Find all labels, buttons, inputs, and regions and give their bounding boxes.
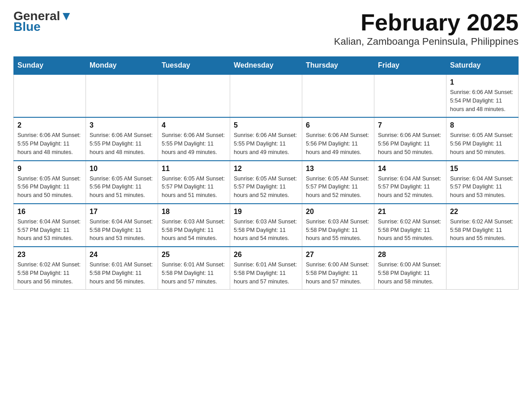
calendar-header-friday: Friday <box>374 57 446 75</box>
calendar-cell: 22Sunrise: 6:02 AM Sunset: 5:58 PM Dayli… <box>446 204 519 247</box>
day-info: Sunrise: 6:06 AM Sunset: 5:55 PM Dayligh… <box>90 131 154 156</box>
day-info: Sunrise: 6:06 AM Sunset: 5:54 PM Dayligh… <box>450 88 515 113</box>
calendar-cell: 13Sunrise: 6:05 AM Sunset: 5:57 PM Dayli… <box>302 161 374 204</box>
logo: General▼ Blue <box>13 9 73 34</box>
day-number: 13 <box>306 165 370 173</box>
calendar-cell: 8Sunrise: 6:05 AM Sunset: 5:56 PM Daylig… <box>446 117 519 160</box>
calendar-week-row: 9Sunrise: 6:05 AM Sunset: 5:56 PM Daylig… <box>14 161 519 204</box>
calendar-cell: 7Sunrise: 6:06 AM Sunset: 5:56 PM Daylig… <box>374 117 446 160</box>
calendar-cell: 10Sunrise: 6:05 AM Sunset: 5:56 PM Dayli… <box>86 161 158 204</box>
calendar-cell <box>158 74 230 117</box>
day-info: Sunrise: 6:03 AM Sunset: 5:58 PM Dayligh… <box>306 218 370 243</box>
day-number: 20 <box>306 208 370 216</box>
page-header: General▼ Blue February 2025 Kalian, Zamb… <box>13 9 519 47</box>
calendar-week-row: 23Sunrise: 6:02 AM Sunset: 5:58 PM Dayli… <box>14 247 519 290</box>
day-info: Sunrise: 6:01 AM Sunset: 5:58 PM Dayligh… <box>234 261 298 286</box>
calendar-header-row: SundayMondayTuesdayWednesdayThursdayFrid… <box>14 57 519 75</box>
day-info: Sunrise: 6:05 AM Sunset: 5:57 PM Dayligh… <box>234 175 298 200</box>
calendar-header-tuesday: Tuesday <box>158 57 230 75</box>
calendar-cell: 11Sunrise: 6:05 AM Sunset: 5:57 PM Dayli… <box>158 161 230 204</box>
day-number: 4 <box>162 121 226 129</box>
day-info: Sunrise: 6:02 AM Sunset: 5:58 PM Dayligh… <box>378 218 442 243</box>
calendar-header-saturday: Saturday <box>446 57 519 75</box>
day-info: Sunrise: 6:05 AM Sunset: 5:57 PM Dayligh… <box>162 175 226 200</box>
day-info: Sunrise: 6:05 AM Sunset: 5:56 PM Dayligh… <box>17 175 82 200</box>
day-number: 24 <box>90 251 154 259</box>
calendar-cell: 12Sunrise: 6:05 AM Sunset: 5:57 PM Dayli… <box>230 161 302 204</box>
calendar-header-wednesday: Wednesday <box>230 57 302 75</box>
calendar-header-sunday: Sunday <box>14 57 86 75</box>
day-info: Sunrise: 6:06 AM Sunset: 5:55 PM Dayligh… <box>234 131 298 156</box>
day-number: 18 <box>162 208 226 216</box>
calendar-cell: 16Sunrise: 6:04 AM Sunset: 5:57 PM Dayli… <box>14 204 86 247</box>
calendar-cell <box>446 247 519 290</box>
day-number: 19 <box>234 208 298 216</box>
day-number: 23 <box>17 251 82 259</box>
day-info: Sunrise: 6:06 AM Sunset: 5:55 PM Dayligh… <box>162 131 226 156</box>
title-section: February 2025 Kalian, Zamboanga Peninsul… <box>334 9 519 47</box>
calendar-cell: 26Sunrise: 6:01 AM Sunset: 5:58 PM Dayli… <box>230 247 302 290</box>
day-info: Sunrise: 6:05 AM Sunset: 5:56 PM Dayligh… <box>90 175 154 200</box>
calendar-table: SundayMondayTuesdayWednesdayThursdayFrid… <box>13 56 519 290</box>
day-number: 11 <box>162 165 226 173</box>
calendar-week-row: 2Sunrise: 6:06 AM Sunset: 5:55 PM Daylig… <box>14 117 519 160</box>
day-info: Sunrise: 6:03 AM Sunset: 5:58 PM Dayligh… <box>234 218 298 243</box>
calendar-cell <box>230 74 302 117</box>
calendar-cell: 3Sunrise: 6:06 AM Sunset: 5:55 PM Daylig… <box>86 117 158 160</box>
day-number: 25 <box>162 251 226 259</box>
location-text: Kalian, Zamboanga Peninsula, Philippines <box>334 36 519 47</box>
calendar-cell: 19Sunrise: 6:03 AM Sunset: 5:58 PM Dayli… <box>230 204 302 247</box>
day-number: 17 <box>90 208 154 216</box>
day-info: Sunrise: 6:04 AM Sunset: 5:57 PM Dayligh… <box>450 175 515 200</box>
calendar-cell: 2Sunrise: 6:06 AM Sunset: 5:55 PM Daylig… <box>14 117 86 160</box>
calendar-cell: 20Sunrise: 6:03 AM Sunset: 5:58 PM Dayli… <box>302 204 374 247</box>
day-number: 10 <box>90 165 154 173</box>
calendar-cell <box>14 74 86 117</box>
day-number: 6 <box>306 121 370 129</box>
day-info: Sunrise: 6:04 AM Sunset: 5:58 PM Dayligh… <box>90 218 154 243</box>
day-number: 12 <box>234 165 298 173</box>
calendar-cell: 5Sunrise: 6:06 AM Sunset: 5:55 PM Daylig… <box>230 117 302 160</box>
calendar-cell: 6Sunrise: 6:06 AM Sunset: 5:56 PM Daylig… <box>302 117 374 160</box>
calendar-cell: 23Sunrise: 6:02 AM Sunset: 5:58 PM Dayli… <box>14 247 86 290</box>
day-number: 16 <box>17 208 82 216</box>
calendar-cell: 24Sunrise: 6:01 AM Sunset: 5:58 PM Dayli… <box>86 247 158 290</box>
month-title: February 2025 <box>334 9 519 36</box>
day-number: 15 <box>450 165 515 173</box>
day-number: 27 <box>306 251 370 259</box>
day-number: 22 <box>450 208 515 216</box>
calendar-cell: 21Sunrise: 6:02 AM Sunset: 5:58 PM Dayli… <box>374 204 446 247</box>
day-info: Sunrise: 6:06 AM Sunset: 5:56 PM Dayligh… <box>306 131 370 156</box>
day-number: 14 <box>378 165 442 173</box>
day-number: 3 <box>90 121 154 129</box>
calendar-cell: 28Sunrise: 6:00 AM Sunset: 5:58 PM Dayli… <box>374 247 446 290</box>
day-info: Sunrise: 6:06 AM Sunset: 5:56 PM Dayligh… <box>378 131 442 156</box>
calendar-cell: 14Sunrise: 6:04 AM Sunset: 5:57 PM Dayli… <box>374 161 446 204</box>
day-info: Sunrise: 6:05 AM Sunset: 5:57 PM Dayligh… <box>306 175 370 200</box>
day-info: Sunrise: 6:02 AM Sunset: 5:58 PM Dayligh… <box>17 261 82 286</box>
day-info: Sunrise: 6:06 AM Sunset: 5:55 PM Dayligh… <box>17 131 82 156</box>
calendar-cell: 17Sunrise: 6:04 AM Sunset: 5:58 PM Dayli… <box>86 204 158 247</box>
calendar-cell: 4Sunrise: 6:06 AM Sunset: 5:55 PM Daylig… <box>158 117 230 160</box>
calendar-cell: 15Sunrise: 6:04 AM Sunset: 5:57 PM Dayli… <box>446 161 519 204</box>
day-info: Sunrise: 6:04 AM Sunset: 5:57 PM Dayligh… <box>378 175 442 200</box>
calendar-header-monday: Monday <box>86 57 158 75</box>
calendar-cell <box>86 74 158 117</box>
day-number: 2 <box>17 121 82 129</box>
day-number: 8 <box>450 121 515 129</box>
day-info: Sunrise: 6:03 AM Sunset: 5:58 PM Dayligh… <box>162 218 226 243</box>
calendar-cell: 9Sunrise: 6:05 AM Sunset: 5:56 PM Daylig… <box>14 161 86 204</box>
day-info: Sunrise: 6:01 AM Sunset: 5:58 PM Dayligh… <box>162 261 226 286</box>
calendar-week-row: 1Sunrise: 6:06 AM Sunset: 5:54 PM Daylig… <box>14 74 519 117</box>
calendar-cell: 27Sunrise: 6:00 AM Sunset: 5:58 PM Dayli… <box>302 247 374 290</box>
day-info: Sunrise: 6:05 AM Sunset: 5:56 PM Dayligh… <box>450 131 515 156</box>
calendar-week-row: 16Sunrise: 6:04 AM Sunset: 5:57 PM Dayli… <box>14 204 519 247</box>
logo-triangle-icon: ▼ <box>60 9 73 23</box>
day-number: 1 <box>450 78 515 86</box>
calendar-header-thursday: Thursday <box>302 57 374 75</box>
day-number: 26 <box>234 251 298 259</box>
day-info: Sunrise: 6:00 AM Sunset: 5:58 PM Dayligh… <box>378 261 442 286</box>
day-info: Sunrise: 6:04 AM Sunset: 5:57 PM Dayligh… <box>17 218 82 243</box>
calendar-cell: 18Sunrise: 6:03 AM Sunset: 5:58 PM Dayli… <box>158 204 230 247</box>
day-number: 9 <box>17 165 82 173</box>
